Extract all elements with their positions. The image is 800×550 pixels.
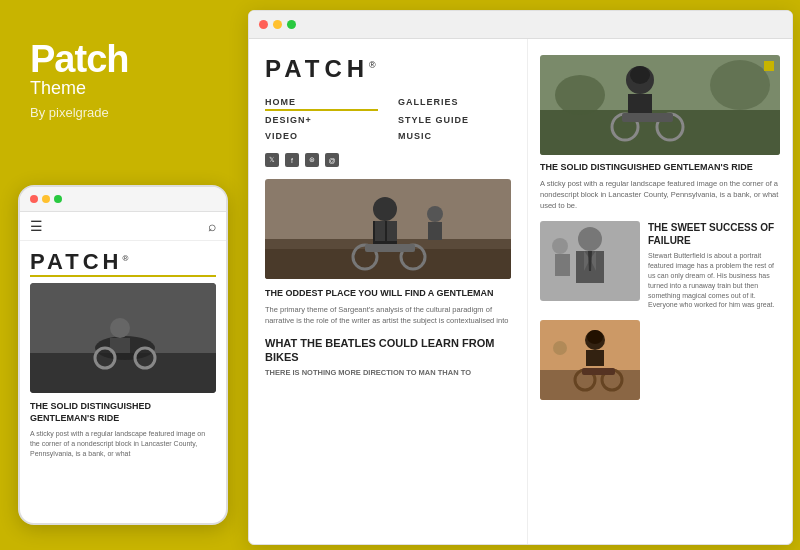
svg-rect-14 (428, 222, 442, 240)
svg-rect-28 (622, 113, 673, 122)
nav-home[interactable]: HOME (265, 95, 378, 111)
desktop-body: PATCH® HOME GALLERIES DESIGN+ STYLE GUID… (249, 39, 792, 544)
right-post3-svg (540, 320, 640, 400)
svg-rect-12 (387, 221, 397, 241)
right-post-2-title: THE SWEET SUCCESS OF FAILURE (648, 221, 780, 247)
right-post-2-text: Stewart Butterfield is about a portrait … (648, 251, 780, 310)
mobile-hero-image (30, 283, 216, 393)
svg-rect-41 (586, 350, 604, 366)
svg-point-25 (555, 75, 605, 115)
right-post-1-title: THE SOLID DISTINGUISHED GENTLEMAN'S RIDE (540, 161, 780, 174)
right-post-2-content: THE SWEET SUCCESS OF FAILURE Stewart But… (648, 221, 780, 310)
search-icon: ⌕ (208, 218, 216, 234)
beatles-text: There is nothing more direction to man t… (265, 368, 511, 379)
svg-rect-15 (265, 249, 511, 279)
desktop-featured-post-image (265, 179, 511, 279)
right-post-2: THE SWEET SUCCESS OF FAILURE Stewart But… (540, 221, 780, 310)
beatles-title: WHAT THE BEATLES COULD LEARN FROM BIKES (265, 336, 511, 365)
facebook-icon[interactable]: f (285, 153, 299, 167)
svg-point-3 (110, 318, 130, 338)
desktop-social: 𝕏 f ⊛ @ (265, 153, 511, 167)
twitter-icon[interactable]: 𝕏 (265, 153, 279, 167)
hero-moto-svg (30, 283, 216, 393)
svg-rect-22 (628, 94, 652, 116)
desktop-main-column: PATCH® HOME GALLERIES DESIGN+ STYLE GUID… (249, 39, 528, 544)
brand-subtitle: Theme (30, 78, 210, 99)
svg-point-13 (427, 206, 443, 222)
desktop-titlebar (249, 11, 792, 39)
mobile-post-text: A sticky post with a regular landscape f… (30, 429, 216, 458)
right-post-1: THE SOLID DISTINGUISHED GENTLEMAN'S RIDE… (540, 55, 780, 211)
mobile-dot-red (30, 195, 38, 203)
svg-point-35 (552, 238, 568, 254)
mobile-post-title: THE SOLID DISTINGUISHED GENTLEMAN'S RIDE (30, 401, 216, 424)
desktop-logo: PATCH® (265, 55, 381, 83)
desktop-nav: HOME GALLERIES DESIGN+ STYLE GUIDE VIDEO… (265, 95, 511, 143)
post1-title: THE ODDEST PLACE YOU WILL FIND A GENTLEM… (265, 287, 511, 300)
hamburger-icon: ☰ (30, 218, 43, 234)
svg-point-23 (630, 66, 650, 84)
desktop-dot-yellow (273, 20, 282, 29)
svg-point-30 (578, 227, 602, 251)
post1-text: The primary theme of Sargeant's analysis… (265, 304, 511, 327)
svg-rect-44 (582, 368, 615, 375)
mobile-titlebar (20, 187, 226, 212)
svg-point-45 (553, 341, 567, 355)
post1-svg (265, 179, 511, 279)
desktop-dot-red (259, 20, 268, 29)
right-post-3 (540, 320, 780, 400)
nav-design[interactable]: DESIGN+ (265, 113, 378, 127)
brand-title: Patch (30, 40, 210, 78)
svg-point-9 (373, 197, 397, 221)
mobile-mockup: ☰ ⌕ PATCH® (18, 185, 228, 525)
nav-galleries[interactable]: GALLERIES (398, 95, 511, 111)
right-post2-svg (540, 221, 640, 301)
mobile-dot-green (54, 195, 62, 203)
svg-rect-36 (555, 254, 570, 276)
svg-rect-18 (365, 244, 415, 252)
email-icon[interactable]: @ (325, 153, 339, 167)
mobile-content: PATCH® (20, 241, 226, 467)
post4-title: WHAT THE BEATLES COULD LEARN FROM BIKES … (265, 336, 511, 378)
right-post-1-text: A sticky post with a regular landscape f… (540, 178, 780, 212)
desktop-dot-green (287, 20, 296, 29)
nav-style-guide[interactable]: STYLE GUIDE (398, 113, 511, 127)
mobile-logo: PATCH® (30, 249, 216, 275)
right-post-2-image (540, 221, 640, 301)
mobile-dot-yellow (42, 195, 50, 203)
hero-image-bg (30, 283, 216, 393)
right-post1-svg (540, 55, 780, 155)
desktop-right-column: THE SOLID DISTINGUISHED GENTLEMAN'S RIDE… (528, 39, 792, 544)
nav-music[interactable]: MUSIC (398, 129, 511, 143)
right-post-1-image (540, 55, 780, 155)
svg-point-24 (710, 60, 770, 110)
mobile-toolbar: ☰ ⌕ (20, 212, 226, 241)
yellow-dot-accent (764, 61, 774, 71)
svg-point-40 (587, 330, 603, 344)
nav-video[interactable]: VIDEO (265, 129, 378, 143)
svg-rect-11 (375, 221, 385, 241)
left-panel: Patch Theme By pixelgrade ☰ ⌕ PATCH® (0, 0, 240, 550)
brand-by: By pixelgrade (30, 105, 210, 120)
desktop-mockup: PATCH® HOME GALLERIES DESIGN+ STYLE GUID… (248, 10, 793, 545)
right-post-3-content (648, 320, 780, 400)
rss-icon[interactable]: ⊛ (305, 153, 319, 167)
right-post-3-image (540, 320, 640, 400)
